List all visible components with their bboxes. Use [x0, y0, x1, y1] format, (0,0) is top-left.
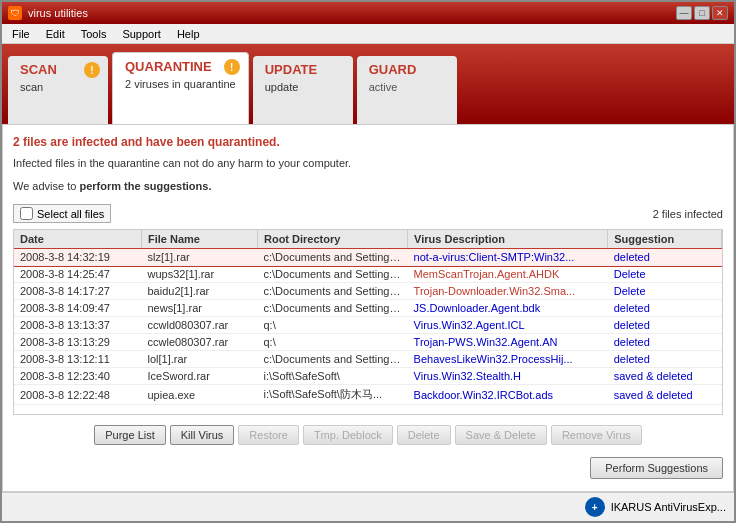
table-row[interactable]: 2008-3-8 13:13:37 ccwld080307.rar q:\ Vi…: [14, 317, 722, 334]
main-content: 2 files are infected and have been quara…: [2, 124, 734, 492]
cell-suggestion: saved & deleted: [608, 385, 722, 405]
bottom-right: + IKARUS AntiVirusExp...: [585, 497, 726, 517]
cell-suggestion: Delete: [608, 283, 722, 300]
close-button[interactable]: ✕: [712, 6, 728, 20]
select-all-checkbox[interactable]: Select all files: [13, 204, 111, 223]
info-line1: Infected files in the quarantine can not…: [13, 155, 723, 172]
cell-filename: wups32[1].rar: [142, 266, 258, 283]
menu-edit[interactable]: Edit: [40, 27, 71, 41]
tab-guard[interactable]: GUARD active: [357, 56, 457, 124]
table-row[interactable]: 2008-3-8 12:23:40 IceSword.rar i:\Soft\S…: [14, 368, 722, 385]
tab-guard-subtitle: active: [369, 81, 445, 93]
cell-date: 2008-3-8 12:22:48: [14, 385, 142, 405]
cell-virusdesc: JS.Downloader.Agent.bdk: [408, 300, 608, 317]
cell-date: 2008-3-8 13:12:11: [14, 351, 142, 368]
delete-button[interactable]: Delete: [397, 425, 451, 445]
app-icon: 🛡: [8, 6, 22, 20]
cell-suggestion: deleted: [608, 300, 722, 317]
info-prefix: We advise to: [13, 180, 79, 192]
tab-update-title: UPDATE: [265, 62, 341, 77]
cell-filename: baidu2[1].rar: [142, 283, 258, 300]
ikarus-icon: +: [585, 497, 605, 517]
select-all-input[interactable]: [20, 207, 33, 220]
title-controls: — □ ✕: [676, 6, 728, 20]
maximize-button[interactable]: □: [694, 6, 710, 20]
main-window: 🛡 virus utilities — □ ✕ File Edit Tools …: [0, 0, 736, 523]
cell-suggestion: deleted: [608, 334, 722, 351]
tab-update[interactable]: UPDATE update: [253, 56, 353, 124]
col-suggestion: Suggestion: [608, 230, 722, 249]
toolbar-row: Select all files 2 files infected: [13, 204, 723, 223]
table-row[interactable]: 2008-3-8 13:13:29 ccwle080307.rar q:\ Tr…: [14, 334, 722, 351]
window-title: virus utilities: [28, 7, 88, 19]
cell-filename: lol[1].rar: [142, 351, 258, 368]
tab-scan-subtitle: scan: [20, 81, 96, 93]
cell-date: 2008-3-8 14:25:47: [14, 266, 142, 283]
cell-date: 2008-3-8 13:13:37: [14, 317, 142, 334]
cell-rootdir: c:\Documents and Settings\...: [257, 266, 407, 283]
tab-quarantine-subtitle: 2 viruses in quarantine: [125, 78, 236, 90]
restore-button[interactable]: Restore: [238, 425, 299, 445]
table-row[interactable]: 2008-3-8 14:09:47 news[1].rar c:\Documen…: [14, 300, 722, 317]
info-bold: perform the suggestions.: [79, 180, 211, 192]
save-delete-button[interactable]: Save & Delete: [455, 425, 547, 445]
cell-virusdesc: Virus.Win32.Agent.ICL: [408, 317, 608, 334]
cell-filename: slz[1].rar: [142, 249, 258, 266]
perform-suggestions-button[interactable]: Perform Suggestions: [590, 457, 723, 479]
menu-support[interactable]: Support: [116, 27, 167, 41]
menu-help[interactable]: Help: [171, 27, 206, 41]
cell-rootdir: c:\Documents and Settings\...: [257, 351, 407, 368]
col-date: Date: [14, 230, 142, 249]
table-row[interactable]: 2008-3-8 14:17:27 baidu2[1].rar c:\Docum…: [14, 283, 722, 300]
cell-suggestion: Delete: [608, 266, 722, 283]
cell-filename: ccwld080307.rar: [142, 317, 258, 334]
title-bar-left: 🛡 virus utilities: [8, 6, 88, 20]
tab-quarantine-alert: !: [224, 59, 240, 75]
menu-file[interactable]: File: [6, 27, 36, 41]
cell-date: 2008-3-8 13:13:29: [14, 334, 142, 351]
quarantine-table: Date File Name Root Directory Virus Desc…: [14, 230, 722, 405]
tab-quarantine-title: QUARANTINE: [125, 59, 236, 74]
table-row[interactable]: 2008-3-8 14:32:19 slz[1].rar c:\Document…: [14, 249, 722, 266]
tmp-deblock-button[interactable]: Tmp. Deblock: [303, 425, 393, 445]
cell-virusdesc: Virus.Win32.Stealth.H: [408, 368, 608, 385]
kill-virus-button[interactable]: Kill Virus: [170, 425, 235, 445]
tab-quarantine[interactable]: QUARANTINE 2 viruses in quarantine !: [112, 52, 249, 124]
tab-scan[interactable]: SCAN scan !: [8, 56, 108, 124]
cell-virusdesc: not-a-virus:Client-SMTP:Win32...: [408, 249, 608, 266]
files-infected-label: 2 files infected: [653, 208, 723, 220]
select-all-label: Select all files: [37, 208, 104, 220]
cell-date: 2008-3-8 12:23:40: [14, 368, 142, 385]
cell-rootdir: i:\Soft\SafeSoft\防木马...: [257, 385, 407, 405]
cell-date: 2008-3-8 14:09:47: [14, 300, 142, 317]
tab-guard-title: GUARD: [369, 62, 445, 77]
cell-rootdir: q:\: [257, 317, 407, 334]
cell-rootdir: q:\: [257, 334, 407, 351]
cell-virusdesc: Backdoor.Win32.IRCBot.ads: [408, 385, 608, 405]
table-row[interactable]: 2008-3-8 12:22:48 upiea.exe i:\Soft\Safe…: [14, 385, 722, 405]
table-row[interactable]: 2008-3-8 13:12:11 lol[1].rar c:\Document…: [14, 351, 722, 368]
info-line2: We advise to perform the suggestions.: [13, 178, 723, 195]
perform-btn-row: Perform Suggestions: [13, 455, 723, 481]
cell-virusdesc: Trojan-PWS.Win32.Agent.AN: [408, 334, 608, 351]
cell-suggestion: deleted: [608, 249, 722, 266]
table-body: 2008-3-8 14:32:19 slz[1].rar c:\Document…: [14, 249, 722, 405]
col-rootdir: Root Directory: [257, 230, 407, 249]
table-container[interactable]: Date File Name Root Directory Virus Desc…: [13, 229, 723, 415]
minimize-button[interactable]: —: [676, 6, 692, 20]
remove-virus-button[interactable]: Remove Virus: [551, 425, 642, 445]
cell-suggestion: deleted: [608, 351, 722, 368]
cell-virusdesc: MemScanTrojan.Agent.AHDK: [408, 266, 608, 283]
menu-tools[interactable]: Tools: [75, 27, 113, 41]
table-row[interactable]: 2008-3-8 14:25:47 wups32[1].rar c:\Docum…: [14, 266, 722, 283]
cell-virusdesc: Trojan-Downloader.Win32.Sma...: [408, 283, 608, 300]
title-bar: 🛡 virus utilities — □ ✕: [2, 2, 734, 24]
purge-list-button[interactable]: Purge List: [94, 425, 166, 445]
alert-text: 2 files are infected and have been quara…: [13, 135, 723, 149]
cell-date: 2008-3-8 14:17:27: [14, 283, 142, 300]
nav-tabs: SCAN scan ! QUARANTINE 2 viruses in quar…: [2, 44, 734, 124]
cell-rootdir: c:\Documents and Settings\...: [257, 283, 407, 300]
cell-rootdir: c:\Documents and Settings\...: [257, 300, 407, 317]
main-button-row: Purge List Kill Virus Restore Tmp. Deblo…: [13, 421, 723, 449]
col-filename: File Name: [142, 230, 258, 249]
